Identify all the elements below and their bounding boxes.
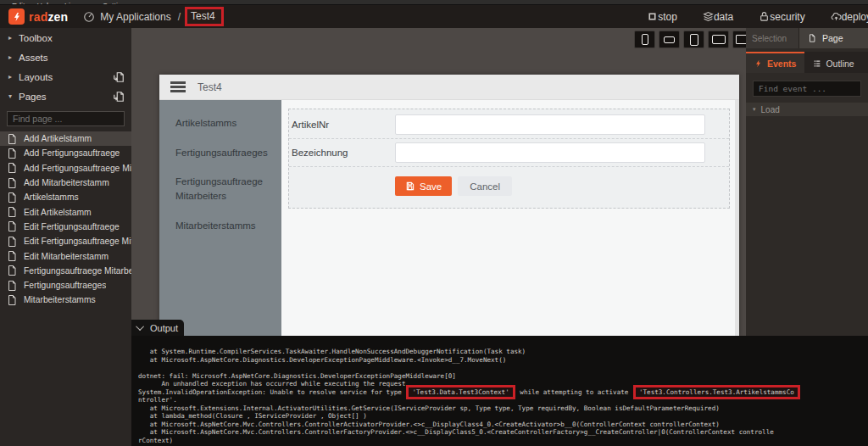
cancel-button[interactable]: Cancel	[458, 176, 512, 196]
sidebar-section-assets[interactable]: ▸Assets	[0, 47, 131, 67]
cloud-upload-icon	[831, 11, 842, 22]
data-button[interactable]: data	[703, 11, 733, 23]
sidebar-section-layouts[interactable]: ▸Layouts	[0, 67, 131, 86]
tablet-landscape-button[interactable]	[708, 31, 729, 48]
console-line: at Microsoft.AspNetCore.Mvc.Controllers.…	[138, 428, 868, 437]
form-field-row: Bezeichnung	[289, 139, 729, 167]
tablet-landscape-icon	[712, 35, 726, 44]
console-line: System.InvalidOperationException: Unable…	[138, 388, 868, 397]
page-icon	[8, 295, 16, 305]
page-list-item[interactable]: Fertigungsauftraeges	[0, 278, 131, 293]
bezeichnung-input[interactable]	[395, 142, 705, 163]
chevron-right-icon: ▸	[8, 73, 19, 81]
add-page-icon[interactable]	[113, 71, 125, 83]
artikelnr-input[interactable]	[395, 114, 705, 135]
page-list-item[interactable]: Add Mitarbeiterstamm	[0, 176, 131, 190]
sidebar-section-pages[interactable]: ▾Pages	[0, 86, 131, 106]
add-page-icon[interactable]	[113, 91, 125, 103]
page-list-item[interactable]: Edit Mitarbeiterstamm	[0, 248, 131, 263]
selection-dropdown[interactable]: Page	[798, 28, 868, 48]
chevron-down-icon: ▾	[8, 92, 19, 100]
find-page-wrap	[0, 106, 131, 131]
form-card: ArtikelNrBezeichnung Save Cancel	[288, 109, 730, 209]
chevron-right-icon: ▸	[8, 34, 19, 42]
nav-menu-item[interactable]: Fertigungsauftraeges	[159, 138, 281, 168]
selection-label: Selection	[746, 28, 798, 48]
output-tab[interactable]: Output	[131, 320, 184, 336]
page-list-item[interactable]: Edit Fertigungsauftraege	[0, 220, 131, 234]
find-event-input[interactable]	[753, 81, 861, 97]
event-section-load[interactable]: ▾Load	[746, 103, 868, 116]
phone-landscape-button[interactable]	[659, 31, 680, 48]
stop-icon	[647, 11, 658, 22]
page-list-item[interactable]: Add Fertigungsauftraege Mitarbeiter	[0, 161, 131, 176]
console-line: at lambda_method(Closure , IServiceProvi…	[138, 412, 868, 421]
hamburger-icon[interactable]	[170, 80, 186, 95]
nav-menu-item[interactable]: Fertigungsauftraege Mitarbeiters	[159, 167, 281, 210]
radzen-logo-icon	[8, 8, 25, 25]
page-icon	[8, 192, 16, 203]
form-field-row: ArtikelNr	[289, 111, 729, 139]
page-list-item[interactable]: Add Artikelstamm	[0, 131, 131, 146]
nav-menu-item[interactable]: Mitarbeiterstamms	[159, 211, 281, 241]
inspector-sections: ▾Load	[746, 103, 868, 116]
page-icon	[8, 265, 16, 276]
security-button[interactable]: security	[759, 11, 804, 23]
database-icon	[703, 11, 714, 22]
deploy-button[interactable]: deploy	[831, 11, 868, 23]
annotation-box-breadcrumb: Test4	[185, 7, 224, 26]
chevron-right-icon: ▸	[8, 53, 19, 61]
breadcrumb-separator: /	[178, 11, 181, 23]
breadcrumb-current-app[interactable]: Test4	[191, 10, 215, 22]
page-icon	[8, 163, 16, 173]
page-list-item[interactable]: Edit Artikelstamm	[0, 204, 131, 219]
page-nav-menu: ArtikelstammsFertigungsauftraegesFertigu…	[159, 100, 281, 337]
phone-portrait-icon	[642, 34, 648, 45]
page-list: Add ArtikelstammAdd FertigungsauftraegeA…	[0, 131, 131, 308]
tab-events[interactable]: Events	[746, 52, 804, 73]
save-button[interactable]: Save	[395, 176, 452, 196]
stop-button[interactable]: stop	[647, 11, 677, 23]
page-list-item[interactable]: Edit Fertigungsauftraege Mitarbeiter	[0, 234, 131, 248]
page-list-item[interactable]: Fertigungsauftraege Mitarbeiters	[0, 264, 131, 278]
form-fields: ArtikelNrBezeichnung	[289, 111, 729, 167]
phone-landscape-icon	[664, 36, 675, 43]
page-list-item[interactable]: Artikelstamms	[0, 190, 131, 204]
page-header-bar: Test4	[159, 75, 739, 100]
error-highlight-annotation: 'Test3.Controllers.Test3.ArtikelstammsCo	[633, 385, 800, 400]
phone-portrait-button[interactable]	[634, 31, 655, 48]
top-bar: radzen My Applications / Test4 stopdatas…	[0, 5, 868, 28]
nav-menu-item[interactable]: Artikelstamms	[159, 109, 281, 138]
designed-page: Test4 ArtikelstammsFertigungsauftraegesF…	[159, 75, 739, 337]
field-label: ArtikelNr	[292, 120, 395, 130]
page-icon	[8, 237, 16, 247]
page-icon	[808, 33, 816, 43]
console-line: rContext)	[138, 437, 868, 445]
page-main-area: ArtikelNrBezeichnung Save Cancel	[281, 100, 739, 337]
find-page-input[interactable]	[7, 111, 125, 126]
page-list-item[interactable]: Add Fertigungsauftraege	[0, 146, 131, 160]
sidebar-section-toolbox[interactable]: ▸Toolbox	[0, 28, 131, 47]
selection-row: Selection Page	[746, 28, 868, 48]
breadcrumb-my-applications[interactable]: My Applications	[100, 11, 170, 23]
console-line: at Microsoft.AspNetCore.Mvc.Controllers.…	[138, 421, 868, 429]
breadcrumb: My Applications / Test4	[83, 7, 223, 26]
lock-icon	[759, 11, 770, 22]
lightning-icon	[754, 59, 763, 68]
find-event-wrap	[746, 73, 868, 103]
console-line: at Microsoft.AspNetCore.Diagnostics.Deve…	[138, 356, 868, 365]
console-line	[138, 364, 868, 372]
console-line: dotnet: fail: Microsoft.AspNetCore.Diagn…	[138, 372, 868, 381]
page-icon	[8, 221, 16, 231]
form-buttons: Save Cancel	[289, 167, 729, 196]
tab-outline[interactable]: Outline	[804, 52, 862, 73]
tablet-portrait-button[interactable]	[683, 31, 704, 48]
console-line: at System.Runtime.CompilerServices.TaskA…	[138, 348, 868, 356]
page-list-item[interactable]: Mitarbeiterstamms	[0, 293, 131, 307]
inspector-tabs: EventsOutline	[746, 52, 868, 73]
output-console[interactable]: at System.Runtime.CompilerServices.TaskA…	[131, 336, 868, 446]
page-scrollbar[interactable]	[735, 100, 739, 337]
output-panel: Output at System.Runtime.CompilerService…	[131, 320, 868, 446]
chevron-down-icon: ▾	[753, 106, 756, 113]
app-switcher-icon[interactable]	[83, 11, 95, 23]
